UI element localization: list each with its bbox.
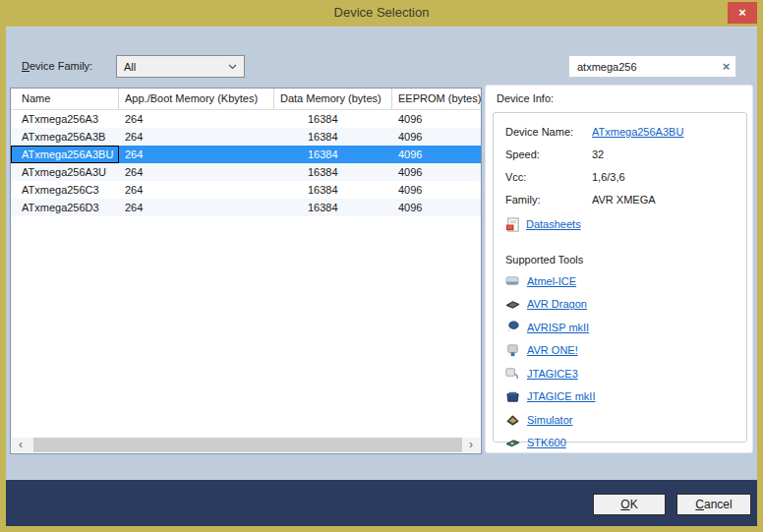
jtagice-mkii-icon — [505, 389, 520, 404]
cell-datamem: 16384 — [274, 199, 392, 216]
speed-row: Speed: 32 — [505, 143, 734, 165]
cell-name: ATxmega256A3B — [11, 128, 119, 146]
tool-link[interactable]: AVRISP mkII — [527, 322, 589, 333]
cell-eeprom: 4096 — [392, 199, 481, 216]
avrisp-mkii-icon — [505, 320, 520, 334]
table-row[interactable]: ATxmega256C3 264 16384 4096 — [11, 181, 481, 199]
scroll-right-icon[interactable]: › — [462, 438, 480, 452]
pdf-icon — [505, 217, 520, 232]
tool-link[interactable]: Atmel-ICE — [527, 275, 576, 287]
close-button[interactable]: × — [728, 2, 757, 24]
vcc-label: Vcc: — [505, 171, 592, 183]
column-header-appboot[interactable]: App./Boot Memory (Kbytes) — [119, 89, 274, 109]
cancel-button[interactable]: Cancel — [676, 494, 751, 515]
datasheets-row: Datasheets — [505, 212, 734, 236]
tool-link[interactable]: Simulator — [527, 414, 572, 426]
tool-link[interactable]: AVR Dragon — [527, 298, 587, 310]
cell-name: ATxmega256D3 — [11, 199, 119, 216]
cell-appboot: 264 — [119, 199, 274, 216]
device-search-box: × — [568, 55, 736, 78]
cell-datamem: 16384 — [274, 128, 392, 146]
scrollbar-thumb[interactable] — [33, 438, 462, 452]
cell-name: ATxmega256A3BU — [11, 146, 119, 163]
device-info-panel: Device Info: Device Name: ATxmega256A3BU… — [485, 85, 753, 453]
stk600-icon — [505, 436, 520, 450]
horizontal-scrollbar[interactable]: ‹ › — [12, 438, 480, 452]
cell-eeprom: 4096 — [392, 163, 481, 181]
column-header-eeprom[interactable]: EEPROM (bytes) — [392, 89, 481, 109]
device-info-title: Device Info: — [497, 92, 554, 104]
tool-row: Simulator — [505, 408, 734, 432]
cell-datamem: 16384 — [274, 146, 392, 163]
tool-link[interactable]: JTAGICE mkII — [527, 390, 595, 402]
family-label: Family: — [505, 194, 592, 206]
table-row[interactable]: ATxmega256A3B 264 16384 4096 — [11, 128, 481, 146]
supported-tools-title: Supported Tools — [505, 250, 734, 269]
tool-link[interactable]: JTAGICE3 — [527, 368, 578, 380]
tool-row: AVRISP mkII — [505, 316, 734, 339]
chevron-down-icon — [228, 64, 237, 70]
vcc-value: 1,6/3,6 — [592, 171, 625, 183]
jtagice3-icon — [505, 366, 520, 381]
cell-eeprom: 4096 — [392, 110, 481, 128]
speed-label: Speed: — [505, 148, 592, 160]
atmel-ice-icon — [505, 273, 520, 288]
tool-row: AVR Dragon — [505, 293, 734, 317]
cell-appboot: 264 — [119, 163, 274, 181]
tool-row: STK600 — [505, 432, 734, 455]
cell-eeprom: 4096 — [392, 146, 481, 163]
clear-search-icon[interactable]: × — [717, 59, 735, 74]
dialog-footer: OK Cancel — [6, 480, 757, 526]
device-name-link[interactable]: ATxmega256A3BU — [592, 126, 683, 138]
datasheets-link[interactable]: Datasheets — [526, 218, 581, 230]
table-header: Name App./Boot Memory (Kbytes) Data Memo… — [11, 89, 481, 110]
dialog-title: Device Selection — [0, 0, 763, 27]
tool-row: JTAGICE3 — [505, 362, 734, 385]
cell-eeprom: 4096 — [392, 128, 481, 146]
cell-eeprom: 4096 — [392, 181, 481, 199]
cell-appboot: 264 — [119, 181, 274, 199]
close-icon: × — [738, 5, 746, 20]
ok-button[interactable]: OK — [593, 494, 666, 515]
family-row: Family: AVR XMEGA — [505, 188, 734, 210]
cell-name: ATxmega256A3U — [11, 163, 119, 181]
scroll-left-icon[interactable]: ‹ — [12, 438, 29, 452]
device-table: Name App./Boot Memory (Kbytes) Data Memo… — [10, 88, 482, 454]
tool-row: JTAGICE mkII — [505, 385, 734, 409]
cell-appboot: 264 — [119, 110, 274, 128]
simulator-icon — [505, 412, 520, 427]
speed-value: 32 — [592, 148, 604, 160]
cell-name: ATxmega256A3 — [11, 110, 119, 128]
title-bar[interactable]: Device Selection × — [0, 0, 763, 27]
device-family-selected-value: All — [124, 61, 136, 73]
cell-name: ATxmega256C3 — [11, 181, 119, 199]
table-row[interactable]: ATxmega256A3 264 16384 4096 — [11, 110, 481, 128]
cell-datamem: 16384 — [274, 110, 392, 128]
tool-row: AVR ONE! — [505, 339, 734, 363]
tool-row: Atmel-ICE — [505, 269, 734, 293]
search-input[interactable] — [569, 61, 717, 73]
table-row-selected[interactable]: ATxmega256A3BU 264 16384 4096 — [11, 146, 481, 163]
dialog-body: Device Family: All × Name App./Boot Memo… — [6, 27, 757, 480]
table-row[interactable]: ATxmega256A3U 264 16384 4096 — [11, 163, 481, 181]
cell-appboot: 264 — [119, 128, 274, 146]
tool-link[interactable]: STK600 — [527, 437, 566, 448]
device-name-row: Device Name: ATxmega256A3BU — [505, 120, 734, 143]
family-value: AVR XMEGA — [592, 194, 656, 206]
device-info-box: Device Name: ATxmega256A3BU Speed: 32 Vc… — [493, 112, 747, 443]
column-header-name[interactable]: Name — [11, 89, 119, 109]
column-header-datamem[interactable]: Data Memory (bytes) — [274, 89, 392, 109]
table-row[interactable]: ATxmega256D3 264 16384 4096 — [11, 199, 481, 216]
device-family-dropdown[interactable]: All — [116, 55, 245, 78]
tool-link[interactable]: AVR ONE! — [527, 344, 578, 356]
cell-appboot: 264 — [119, 146, 274, 163]
device-selection-dialog: Device Selection × Device Family: All × … — [0, 0, 763, 532]
device-family-label: Device Family: — [22, 60, 92, 72]
vcc-row: Vcc: 1,6/3,6 — [505, 165, 734, 188]
avr-dragon-icon — [505, 297, 520, 312]
cell-datamem: 16384 — [274, 181, 392, 199]
cell-datamem: 16384 — [274, 163, 392, 181]
device-name-label: Device Name: — [505, 126, 592, 138]
avr-one-icon — [505, 343, 520, 358]
